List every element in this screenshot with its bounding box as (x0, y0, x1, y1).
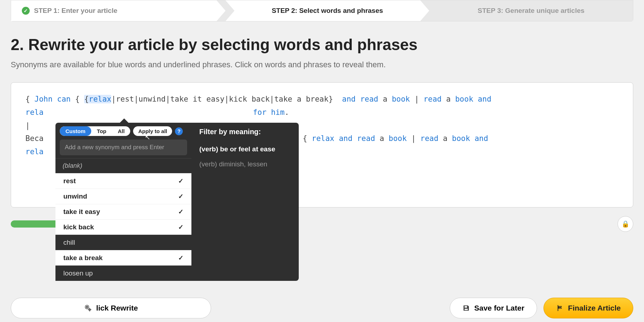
synonym-item-kick-back[interactable]: kick back ✓ (55, 219, 191, 235)
editor-line-2: rela for him. (25, 106, 619, 119)
phrase-book-and[interactable]: book and (455, 95, 491, 103)
gears-icon (84, 304, 92, 312)
pipe: | (410, 95, 424, 103)
step-2[interactable]: STEP 2: Select words and phrases (225, 0, 429, 21)
lock-icon: 🔒 (621, 220, 629, 228)
page-title: 2. Rewrite your article by selecting wor… (11, 36, 633, 54)
synonym-input[interactable] (60, 140, 187, 155)
synonym-popover: Custom Top All Apply to all ? ↖ (blank) … (55, 123, 299, 281)
synonym-label: rest (63, 177, 76, 185)
meaning-option-ease[interactable]: (verb) be or feel at ease (199, 142, 291, 157)
step-1[interactable]: ✓ STEP 1: Enter your article (11, 0, 225, 21)
word-beca: Beca (25, 134, 44, 143)
pill-group: Custom Top All (60, 126, 130, 136)
synonym-label: take a break (63, 254, 103, 262)
synonym-item-take-it-easy[interactable]: take it easy ✓ (55, 204, 191, 219)
synonym-label: take it easy (63, 208, 100, 216)
step-2-label: STEP 2: Select words and phrases (272, 7, 383, 15)
filter-title: Filter by meaning: (199, 128, 291, 136)
apply-to-all-button[interactable]: Apply to all (133, 126, 172, 136)
svg-point-1 (89, 309, 90, 311)
page-subtitle: Synonyms are available for blue words an… (11, 60, 633, 69)
word-a: a (443, 134, 452, 143)
word-a: a (380, 134, 389, 143)
pill-row: Custom Top All Apply to all ? (55, 123, 191, 140)
phrase-book-and[interactable]: book and (452, 134, 488, 143)
pill-top[interactable]: Top (91, 126, 112, 136)
word-read[interactable]: read (424, 95, 446, 103)
pill-custom[interactable]: Custom (60, 126, 91, 136)
word-read[interactable]: read (420, 134, 443, 143)
word-book[interactable]: book (389, 134, 407, 143)
check-icon: ✓ (178, 208, 184, 216)
step-3-label: STEP 3: Generate unique articles (478, 7, 584, 15)
check-icon: ✓ (178, 192, 184, 200)
word-a: a (383, 95, 392, 103)
brace-text: { (25, 95, 34, 103)
synonym-label: unwind (63, 192, 87, 200)
phrase-and-read[interactable]: and read (337, 95, 382, 103)
synonym-list: rest ✓ unwind ✓ take it easy ✓ kick back… (55, 173, 191, 281)
synonym-label: loosen up (63, 269, 93, 277)
phrase-relax-and-read[interactable]: relax and read (312, 134, 380, 143)
check-icon: ✓ (178, 177, 184, 185)
word-a: a (446, 95, 455, 103)
rewrite-button[interactable]: lick Rewrite (11, 298, 211, 318)
synonym-item-loosen-up[interactable]: loosen up (55, 265, 191, 281)
step-1-label: STEP 1: Enter your article (34, 7, 117, 15)
brace-text: { (75, 95, 84, 103)
check-icon: ✓ (178, 223, 184, 231)
spin-alternatives[interactable]: |rest|unwind|take it easy|kick back|take… (111, 95, 333, 103)
phrase-for-him[interactable]: for him (253, 108, 285, 117)
word-book[interactable]: book (392, 95, 410, 103)
pipe: | (407, 134, 420, 143)
popover-left: Custom Top All Apply to all ? ↖ (blank) … (55, 123, 191, 281)
synonym-label: chill (63, 239, 75, 247)
synonym-label: kick back (63, 223, 94, 231)
brace-text: { (303, 134, 312, 143)
flag-icon (556, 304, 564, 312)
save-button[interactable]: Save for Later (450, 298, 537, 318)
finalize-label: Finalize Article (568, 304, 621, 312)
period: . (284, 108, 289, 117)
word-relax[interactable]: relax (89, 95, 111, 103)
rewrite-label: lick Rewrite (96, 304, 138, 312)
svg-point-0 (86, 306, 88, 308)
bottom-buttons: lick Rewrite Save for Later Finalize Art… (11, 298, 633, 318)
save-icon (462, 304, 470, 312)
save-label: Save for Later (474, 304, 525, 312)
synonym-input-wrap (55, 140, 191, 158)
popover-arrow (120, 118, 128, 123)
synonym-item-chill[interactable]: chill (55, 235, 191, 250)
meaning-option-diminish[interactable]: (verb) diminish, lessen (199, 157, 291, 172)
check-icon: ✓ (178, 254, 184, 262)
synonym-item-unwind[interactable]: unwind ✓ (55, 189, 191, 204)
word-john[interactable]: John (34, 95, 53, 103)
popover-right: Filter by meaning: (verb) be or feel at … (191, 123, 299, 281)
synonym-item-take-a-break[interactable]: take a break ✓ (55, 250, 191, 265)
pill-all[interactable]: All (112, 126, 130, 136)
synonym-item-rest[interactable]: rest ✓ (55, 173, 191, 189)
stepper: ✓ STEP 1: Enter your article STEP 2: Sel… (11, 0, 633, 21)
word-can[interactable]: can (53, 95, 75, 103)
lock-button[interactable]: 🔒 (618, 216, 633, 232)
editor-line-1: { John can { {relax|rest|unwind|take it … (25, 93, 619, 106)
check-icon: ✓ (22, 7, 30, 15)
finalize-button[interactable]: Finalize Article (543, 298, 633, 318)
caret: | (25, 121, 30, 130)
help-icon[interactable]: ? (175, 127, 183, 135)
word-rela[interactable]: rela (25, 147, 44, 156)
word-rela[interactable]: rela (25, 108, 44, 117)
step-3[interactable]: STEP 3: Generate unique articles (429, 0, 633, 21)
spin-open: { (84, 95, 89, 103)
blank-row[interactable]: (blank) (55, 158, 191, 173)
